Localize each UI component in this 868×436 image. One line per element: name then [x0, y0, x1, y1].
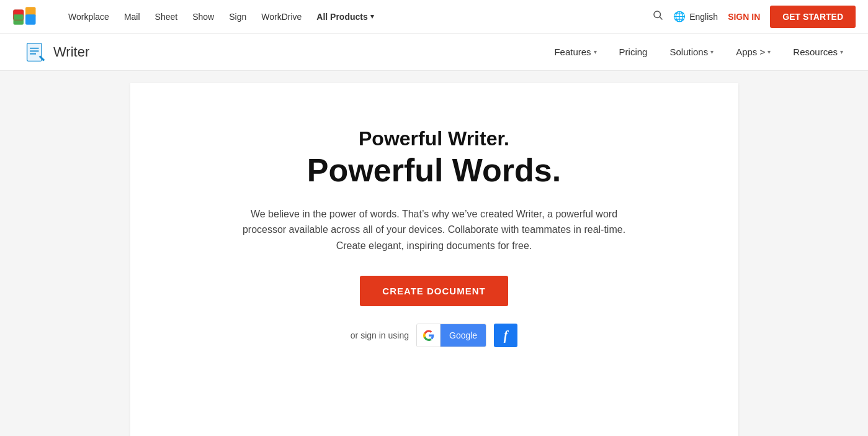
get-started-button[interactable]: GET STARTED	[770, 6, 856, 28]
google-g-icon	[417, 324, 441, 347]
svg-line-6	[660, 17, 663, 19]
chevron-icon-4: ▾	[840, 48, 843, 55]
chevron-icon-3: ▾	[767, 48, 771, 55]
nav-sheet[interactable]: Sheet	[155, 12, 178, 22]
create-document-button[interactable]: CREATE DOCUMENT	[360, 276, 508, 306]
main-content: Powerful Writer. Powerful Words. We beli…	[0, 71, 868, 436]
top-navigation: Workplace Mail Sheet Show Sign WorkDrive…	[0, 0, 868, 34]
svg-point-5	[654, 11, 661, 18]
nav-apps[interactable]: Apps > ▾	[736, 47, 771, 57]
svg-rect-2	[14, 14, 24, 25]
product-nav-links: Features ▾ Pricing Solutions ▾ Apps > ▾ …	[554, 47, 843, 57]
product-name-label: Writer	[53, 44, 89, 60]
nav-resources[interactable]: Resources ▾	[793, 47, 843, 57]
signin-prefix-text: or sign in using	[351, 330, 409, 340]
chevron-icon: ▾	[594, 48, 597, 55]
nav-workplace[interactable]: Workplace	[68, 12, 109, 22]
hero-subtext: We believe in the power of words. That’s…	[242, 206, 627, 254]
chevron-down-icon: ▾	[370, 12, 374, 20]
top-nav-right: 🌐 English SIGN IN GET STARTED	[652, 6, 856, 28]
google-signin-button[interactable]: Google	[416, 324, 486, 347]
svg-rect-3	[25, 14, 36, 25]
google-label-text: Google	[441, 324, 486, 347]
nav-sign[interactable]: Sign	[229, 12, 246, 22]
nav-solutions[interactable]: Solutions ▾	[669, 47, 714, 57]
social-signin-row: or sign in using Google f	[351, 324, 517, 347]
sign-in-link[interactable]: SIGN IN	[728, 12, 760, 22]
search-button[interactable]	[652, 9, 663, 24]
facebook-icon: f	[504, 329, 508, 343]
language-selector[interactable]: 🌐 English	[673, 11, 718, 22]
nav-workdrive[interactable]: WorkDrive	[261, 12, 302, 22]
nav-features[interactable]: Features ▾	[554, 47, 596, 57]
chevron-icon-2: ▾	[710, 48, 714, 55]
facebook-signin-button[interactable]: f	[494, 324, 517, 347]
hero-card: Powerful Writer. Powerful Words. We beli…	[130, 83, 738, 436]
nav-pricing[interactable]: Pricing	[619, 47, 648, 57]
globe-icon: 🌐	[673, 11, 686, 22]
top-nav-links: Workplace Mail Sheet Show Sign WorkDrive…	[68, 12, 652, 22]
nav-show[interactable]: Show	[192, 12, 214, 22]
hero-headline-large: Powerful Words.	[307, 153, 561, 188]
zoho-logo[interactable]	[12, 4, 50, 29]
writer-logo[interactable]: Writer	[25, 41, 89, 63]
nav-all-products[interactable]: All Products ▾	[316, 12, 374, 22]
nav-mail[interactable]: Mail	[124, 12, 140, 22]
svg-rect-7	[27, 43, 42, 61]
product-navigation: Writer Features ▾ Pricing Solutions ▾ Ap…	[0, 34, 868, 71]
hero-headline-small: Powerful Writer.	[359, 127, 509, 150]
